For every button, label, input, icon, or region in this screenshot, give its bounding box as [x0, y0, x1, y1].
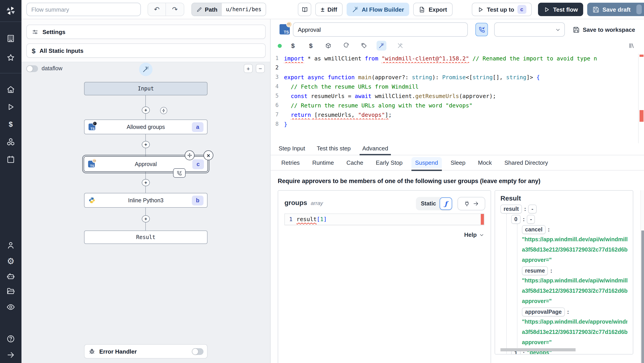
phone-incoming-icon [478, 26, 485, 33]
subtab-cache[interactable]: Cache [343, 157, 367, 168]
groups-expression-editor[interactable]: 1 result[1] [284, 213, 484, 225]
docs-button[interactable] [298, 3, 312, 16]
move-step-button[interactable] [185, 150, 194, 160]
flow-settings-button[interactable]: Settings [26, 25, 266, 39]
input-node[interactable]: Input [84, 82, 208, 95]
subtab-mock[interactable]: Mock [474, 157, 496, 168]
connect-input-button[interactable] [458, 197, 485, 210]
ai-flow-builder-button[interactable]: AI Flow Builder [346, 3, 410, 16]
delete-step-button[interactable]: × [204, 150, 213, 160]
ai-assistant-button[interactable] [376, 41, 386, 51]
diff-button[interactable]: ± Diff [316, 3, 342, 16]
tree-key-chip[interactable]: result [500, 204, 522, 213]
code-line[interactable]: 3export async function main(approver?: s… [270, 73, 644, 82]
trigger-bolt-button[interactable] [160, 107, 167, 114]
subtab-sleep[interactable]: Sleep [447, 157, 469, 168]
settings-icon[interactable]: ⚙ [6, 256, 15, 265]
code-line[interactable]: 6 // Return the resume URLs along with t… [270, 101, 644, 110]
code-editor[interactable]: 1import * as wmillClient from "windmill-… [270, 54, 644, 143]
tree-key-chip[interactable]: 0 [511, 215, 520, 224]
export-button[interactable]: Export [414, 3, 452, 16]
test-flow-button[interactable]: Test flow [538, 3, 584, 16]
path-chip[interactable]: Path u/henri/bes [192, 3, 266, 16]
collapse-chip[interactable]: - [528, 204, 536, 213]
tag-button[interactable] [359, 41, 369, 51]
resources-icon[interactable] [6, 137, 15, 146]
advanced-subtabs: RetriesRuntimeCacheEarly StopSuspendSlee… [270, 155, 644, 171]
save-draft-more-button[interactable] [636, 5, 642, 14]
horizontal-scrollbar[interactable] [500, 348, 576, 351]
tree-key-chip[interactable]: approvalPage [522, 307, 565, 316]
windmill-logo-icon[interactable] [6, 6, 16, 16]
tree-key-chip[interactable]: resume [522, 266, 548, 275]
code-line[interactable]: 4 // Fetch the resume URLs from Windmill [270, 82, 644, 91]
tree-string-line: approver=" [522, 337, 628, 348]
code-line[interactable]: 8} [270, 120, 644, 129]
panel-scrollbar[interactable] [640, 190, 644, 363]
package-button[interactable] [323, 41, 333, 51]
code-line[interactable]: 1import * as wmillClient from "windmill-… [270, 54, 644, 63]
tree-string-line: approver=" [522, 296, 628, 307]
tree-key-chip[interactable]: cancel [522, 225, 546, 234]
audit-logs-icon[interactable] [6, 302, 15, 311]
favorites-icon[interactable] [6, 53, 15, 62]
file-export-icon [419, 6, 426, 13]
error-handler-toggle[interactable] [192, 348, 204, 355]
allowed-groups-node[interactable]: TS Allowed groups a [84, 120, 208, 134]
subtab-retries[interactable]: Retries [278, 157, 303, 168]
static-inputs-button[interactable]: $ [306, 41, 316, 51]
zoom-out-button[interactable]: − [256, 64, 265, 73]
subtab-shared-directory[interactable]: Shared Directory [501, 157, 552, 168]
reload-button[interactable] [341, 41, 351, 51]
redo-button[interactable]: ↷ [166, 3, 184, 16]
add-step-button[interactable]: + [142, 141, 150, 148]
folders-icon[interactable] [6, 287, 15, 296]
result-node[interactable]: Result [84, 230, 208, 244]
step-id-badge: b [192, 195, 204, 205]
approval-node-selected[interactable]: TS Approval c × [82, 155, 209, 173]
user-icon[interactable] [6, 241, 15, 250]
javascript-expression-toggle[interactable]: ƒ [440, 197, 452, 210]
edit-path-icon [196, 7, 202, 12]
ai-off-button[interactable] [395, 41, 405, 51]
chevron-down-icon [555, 27, 561, 33]
help-link[interactable]: Help [284, 231, 484, 238]
help-icon[interactable] [6, 334, 15, 343]
flow-summary-input[interactable] [26, 3, 141, 16]
collapse-chip[interactable]: - [527, 215, 535, 224]
suspend-approval-button[interactable] [476, 23, 488, 36]
subtab-early-stop[interactable]: Early Stop [372, 157, 406, 168]
add-step-button[interactable]: + [142, 107, 150, 114]
python-node[interactable]: Inline Python3 b [84, 193, 208, 208]
workspace-icon[interactable] [6, 34, 15, 43]
ai-graph-wand-button[interactable] [139, 63, 152, 76]
tab-advanced[interactable]: Advanced [361, 143, 389, 155]
zoom-in-button[interactable]: + [244, 64, 253, 73]
add-step-button[interactable]: + [142, 215, 150, 222]
script-version-select[interactable] [494, 22, 565, 37]
save-draft-button[interactable]: Save draft [587, 3, 644, 16]
tab-test-this-step[interactable]: Test this step [316, 143, 352, 155]
expand-sidebar-icon[interactable] [6, 350, 15, 359]
code-line[interactable]: 7 return [resumeUrls, "devops"]; [270, 110, 644, 120]
undo-button[interactable]: ↶ [148, 3, 166, 16]
save-to-workspace-button[interactable]: Save to workspace [573, 23, 635, 36]
library-button[interactable] [626, 41, 636, 51]
subtab-runtime[interactable]: Runtime [308, 157, 338, 168]
schedules-icon[interactable] [6, 155, 15, 164]
runs-icon[interactable] [6, 103, 15, 111]
home-icon[interactable] [6, 85, 15, 94]
all-static-inputs-button[interactable]: $ All Static Inputs [26, 44, 266, 58]
variables-button[interactable]: $ [288, 41, 298, 51]
code-line[interactable]: 5 const resumeUrls = await wmillClient.g… [270, 91, 644, 101]
code-line[interactable]: 2 [270, 63, 644, 73]
step-name-input[interactable] [293, 22, 468, 37]
dataflow-toggle[interactable] [26, 65, 38, 72]
tab-step-input[interactable]: Step Input [278, 143, 306, 155]
add-step-button[interactable]: + [142, 179, 150, 186]
test-up-to-button[interactable]: Test up to c [472, 3, 532, 16]
subtab-suspend[interactable]: Suspend [412, 157, 442, 168]
workers-icon[interactable] [6, 272, 15, 281]
variables-icon[interactable]: $ [6, 120, 15, 129]
error-handler-bar[interactable]: Error Handler [84, 344, 208, 358]
